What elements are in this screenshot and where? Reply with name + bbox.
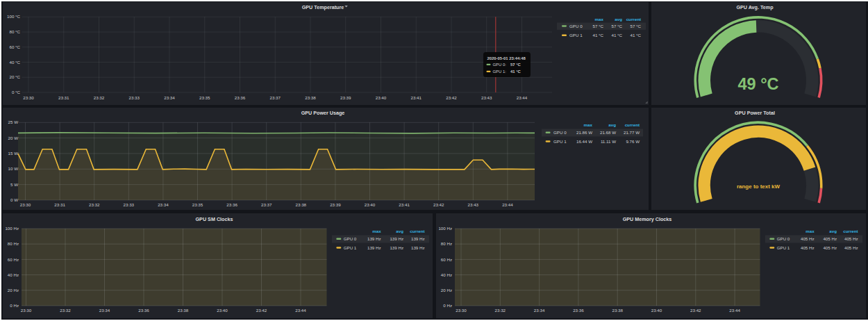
svg-text:23:40: 23:40 — [376, 95, 387, 100]
svg-text:60 Hz: 60 Hz — [8, 257, 19, 262]
svg-text:80 Hz: 80 Hz — [441, 241, 452, 246]
svg-text:23:43: 23:43 — [481, 95, 492, 100]
svg-text:23:42: 23:42 — [256, 308, 267, 313]
svg-text:max: max — [595, 17, 604, 22]
svg-text:23:44: 23:44 — [729, 308, 740, 313]
svg-text:20 Hz: 20 Hz — [8, 288, 19, 293]
svg-text:23:42: 23:42 — [690, 308, 701, 313]
svg-text:100 Hz: 100 Hz — [5, 226, 19, 231]
svg-text:41 °C: 41 °C — [592, 33, 603, 38]
svg-text:405 Hz: 405 Hz — [844, 236, 858, 241]
svg-text:23:31: 23:31 — [58, 95, 69, 100]
svg-text:23:33: 23:33 — [129, 95, 140, 100]
svg-text:405 Hz: 405 Hz — [801, 236, 815, 241]
svg-text:23:36: 23:36 — [138, 308, 149, 313]
svg-text:23:31: 23:31 — [54, 202, 65, 207]
svg-text:100 °C: 100 °C — [7, 14, 21, 19]
svg-text:60 °C: 60 °C — [9, 44, 20, 49]
svg-text:23:40: 23:40 — [365, 202, 376, 207]
svg-text:GPU 1: GPU 1 — [777, 245, 790, 250]
svg-text:20 Hz: 20 Hz — [441, 288, 452, 293]
svg-text:25 W: 25 W — [8, 120, 19, 124]
svg-text:405 Hz: 405 Hz — [801, 245, 815, 250]
svg-text:23:32: 23:32 — [94, 95, 105, 100]
svg-text:23:39: 23:39 — [340, 95, 351, 100]
svg-text:23:34: 23:34 — [99, 308, 110, 313]
svg-text:49 °C: 49 °C — [737, 75, 778, 93]
svg-text:23:42: 23:42 — [446, 95, 457, 100]
svg-text:23:36: 23:36 — [226, 202, 237, 207]
svg-text:23:30: 23:30 — [23, 95, 34, 100]
svg-text:10 W: 10 W — [8, 166, 19, 171]
svg-text:21.77 W: 21.77 W — [624, 130, 640, 135]
svg-text:range to text kW: range to text kW — [737, 183, 781, 190]
svg-text:139 Hz: 139 Hz — [367, 236, 381, 241]
svg-text:20 W: 20 W — [8, 135, 19, 140]
svg-text:23:34: 23:34 — [164, 95, 175, 100]
svg-text:23:30: 23:30 — [456, 308, 467, 313]
svg-text:max: max — [372, 229, 381, 233]
svg-text:23:39: 23:39 — [330, 202, 341, 207]
svg-text:21.68 W: 21.68 W — [600, 130, 616, 135]
svg-text:GPU Power Usage: GPU Power Usage — [301, 110, 345, 116]
svg-text:23:30: 23:30 — [20, 202, 31, 207]
svg-text:5 W: 5 W — [10, 182, 18, 187]
svg-text:100 Hz: 100 Hz — [438, 226, 452, 231]
svg-text:23:38: 23:38 — [178, 308, 189, 313]
svg-text:23:41: 23:41 — [399, 202, 410, 207]
svg-text:57 °C: 57 °C — [510, 63, 521, 67]
svg-text:0 °C: 0 °C — [12, 90, 21, 94]
svg-text:avg: avg — [829, 229, 837, 233]
svg-text:23:32: 23:32 — [495, 308, 506, 313]
svg-text:41 °C: 41 °C — [630, 33, 641, 38]
svg-text:23:34: 23:34 — [534, 308, 545, 313]
svg-text:23:34: 23:34 — [158, 202, 169, 207]
svg-text:41 °C: 41 °C — [510, 69, 521, 74]
svg-text:23:37: 23:37 — [270, 95, 281, 100]
svg-text:23:38: 23:38 — [296, 202, 307, 207]
svg-text:405 Hz: 405 Hz — [844, 245, 858, 250]
svg-text:80 Hz: 80 Hz — [8, 241, 19, 246]
svg-text:16.44 W: 16.44 W — [576, 139, 592, 144]
svg-text:57 °C: 57 °C — [592, 24, 603, 28]
svg-text:current: current — [410, 229, 424, 233]
svg-text:11.11 W: 11.11 W — [601, 139, 616, 144]
svg-text:GPU 0: GPU 0 — [344, 236, 357, 241]
svg-text:GPU 0: GPU 0 — [553, 130, 567, 135]
svg-text:20 °C: 20 °C — [9, 74, 20, 79]
svg-text:GPU Power Total: GPU Power Total — [735, 110, 775, 116]
svg-text:15 W: 15 W — [8, 151, 19, 156]
svg-text:23:44: 23:44 — [517, 95, 528, 100]
svg-text:23:41: 23:41 — [411, 95, 422, 100]
svg-text:avg: avg — [608, 122, 616, 127]
svg-text:GPU SM Clocks: GPU SM Clocks — [196, 216, 233, 222]
svg-text:current: current — [843, 229, 858, 233]
svg-text:GPU Temperature: GPU Temperature — [302, 4, 344, 10]
svg-text:GPU 0: GPU 0 — [569, 24, 583, 28]
svg-text:40 °C: 40 °C — [9, 60, 20, 65]
svg-text:23:37: 23:37 — [261, 202, 272, 207]
svg-text:23:42: 23:42 — [433, 202, 444, 207]
svg-text:57 °C: 57 °C — [630, 24, 641, 28]
svg-text:current: current — [625, 122, 640, 127]
svg-text:GPU 1:: GPU 1: — [493, 69, 507, 74]
svg-text:23:32: 23:32 — [60, 308, 71, 313]
svg-text:80 °C: 80 °C — [9, 29, 20, 34]
svg-text:139 Hz: 139 Hz — [411, 245, 425, 250]
svg-text:23:35: 23:35 — [199, 95, 210, 100]
svg-text:23:44: 23:44 — [502, 202, 513, 207]
svg-text:GPU Avg. Temp: GPU Avg. Temp — [736, 4, 774, 10]
svg-text:current: current — [626, 17, 641, 22]
svg-text:40 Hz: 40 Hz — [8, 272, 19, 277]
svg-text:9.76 W: 9.76 W — [626, 139, 640, 144]
svg-text:60 Hz: 60 Hz — [441, 257, 452, 262]
svg-text:GPU 1: GPU 1 — [553, 139, 567, 144]
svg-text:GPU Memory Clocks: GPU Memory Clocks — [623, 216, 672, 222]
svg-text:23:40: 23:40 — [217, 308, 228, 313]
svg-text:23:44: 23:44 — [295, 308, 306, 313]
svg-text:57 °C: 57 °C — [611, 24, 622, 28]
svg-text:23:43: 23:43 — [468, 202, 479, 207]
svg-text:avg: avg — [615, 17, 622, 22]
svg-text:405 Hz: 405 Hz — [823, 236, 837, 241]
svg-text:139 Hz: 139 Hz — [390, 245, 403, 250]
